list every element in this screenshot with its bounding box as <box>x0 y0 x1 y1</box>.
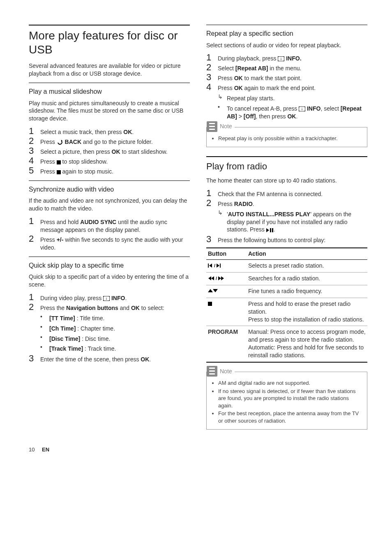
note-box: Note Repeat play is only possible within… <box>206 127 367 148</box>
action-text: Press and hold to erase the preset radio… <box>247 298 367 326</box>
back-icon <box>57 140 63 145</box>
result-arrow-icon: ↳ <box>218 209 227 217</box>
play-pause-icon <box>266 228 274 232</box>
intro-text: Several advanced features are available … <box>29 62 190 78</box>
action-text: Manual: Press once to access program mod… <box>247 326 367 362</box>
step: 2 Press +/- within five seconds to sync … <box>29 234 190 252</box>
step: 4 Press OK again to mark the end point. … <box>206 83 367 121</box>
th-action: Action <box>247 248 367 259</box>
svg-text:/: / <box>214 264 215 268</box>
note-bullet: For the best reception, place the antenn… <box>218 410 362 424</box>
step: 2 Press BACK and go to the picture folde… <box>29 136 190 146</box>
step: 3 Enter the time of the scene, then pres… <box>29 354 190 363</box>
step: 2Select [Repeat AB] in the menu. <box>206 63 367 72</box>
action-text: Selects a preset radio station. <box>247 260 367 273</box>
radio-intro: The home theater can store up to 40 radi… <box>206 177 367 185</box>
stop-icon <box>57 160 61 164</box>
repeat-heading: Repeat play a specific section <box>206 29 367 38</box>
svg-text:i: i <box>106 296 107 301</box>
step: 2 Press RADIO. ↳'AUTO INSTALL...PRESS PL… <box>206 199 367 235</box>
svg-rect-12 <box>220 264 221 268</box>
note-label: Note <box>220 123 232 130</box>
rewind-forward-icon: / <box>208 275 224 282</box>
note-bullet: AM and digital radio are not supported. <box>218 379 362 387</box>
step: 5 Press again to stop music. <box>29 166 190 176</box>
note-icon <box>207 121 217 132</box>
step: 3Press the following buttons to control … <box>206 235 367 244</box>
footer: 10 EN <box>29 446 367 453</box>
svg-rect-14 <box>208 302 212 306</box>
step: 2 Press the Navigation buttons and OK to… <box>29 303 190 354</box>
svg-text:i: i <box>302 107 303 111</box>
step: 1 During video play, press i INFO. <box>29 293 190 302</box>
action-text: Fine tunes a radio frequency. <box>247 285 367 298</box>
info-icon: i <box>278 56 284 61</box>
step: 3 Select a picture, then press OK to sta… <box>29 146 190 156</box>
page-lang: EN <box>42 446 49 453</box>
svg-rect-10 <box>208 264 209 268</box>
svg-rect-1 <box>57 170 61 174</box>
section-title: More play features for disc or USB <box>29 29 190 56</box>
step: 1 Press and hold AUDIO SYNC until the au… <box>29 217 190 234</box>
svg-rect-0 <box>57 160 61 164</box>
sync-heading: Synchronize audio with video <box>29 185 190 194</box>
stop-icon <box>208 301 212 307</box>
svg-text:i: i <box>281 57 282 61</box>
note-bullet: If no stereo signal is detected, or if f… <box>218 388 362 409</box>
up-down-icon <box>208 288 218 294</box>
page-number: 10 <box>29 446 35 453</box>
program-label: PROGRAM <box>206 326 247 362</box>
button-table: ButtonAction /Selects a preset radio sta… <box>206 247 367 363</box>
note-text: Repeat play is only possible within a tr… <box>218 135 362 142</box>
slideshow-heading: Play a musical slideshow <box>29 87 190 96</box>
step: 1During playback, press i INFO. <box>206 53 367 62</box>
note-label: Note <box>220 368 232 375</box>
note-box: Note AM and digital radio are not suppor… <box>206 372 367 430</box>
skip-intro: Quick skip to a specific part of a video… <box>29 273 190 289</box>
step: 1Check that the FM antenna is connected. <box>206 189 367 198</box>
step: 4 Press to stop slideshow. <box>29 156 190 166</box>
info-icon: i <box>103 296 110 301</box>
svg-rect-8 <box>270 228 271 232</box>
radio-title: Play from radio <box>206 160 367 173</box>
skip-heading: Quick skip play to a specific time <box>29 261 190 270</box>
note-icon <box>207 366 217 377</box>
step: 1 Select a music track, then press OK. <box>29 127 190 136</box>
svg-text:/: / <box>216 276 217 280</box>
info-icon: i <box>299 106 305 111</box>
slideshow-intro: Play music and pictures simultaneously t… <box>29 99 190 123</box>
sync-intro: If the audio and video are not synchroni… <box>29 197 190 213</box>
repeat-intro: Select sections of audio or video for re… <box>206 42 367 49</box>
result-arrow-icon: ↳ <box>218 93 227 101</box>
th-button: Button <box>206 248 247 259</box>
prev-next-track-icon: / <box>208 262 222 269</box>
action-text: Searches for a radio station. <box>247 272 367 285</box>
svg-rect-9 <box>272 228 273 232</box>
stop-icon <box>57 170 61 174</box>
step: 3Press OK to mark the start point. <box>206 73 367 82</box>
